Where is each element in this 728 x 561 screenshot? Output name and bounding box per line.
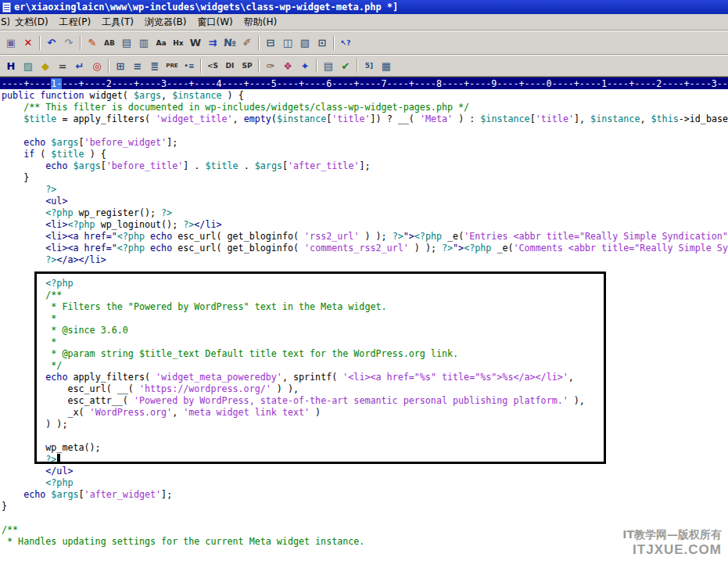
span-button[interactable]: SP xyxy=(238,58,256,74)
code-segment: } xyxy=(2,501,7,512)
heading-button[interactable]: H xyxy=(2,58,20,74)
column-ruler: ----+----1----+----2----+----3----+----4… xyxy=(0,77,728,89)
code-line: * @param string $title_text Default titl… xyxy=(2,348,728,360)
code-segment: 'Powered by WordPress, state-of-the-art … xyxy=(134,395,568,406)
code-segment: , xyxy=(568,372,574,383)
table-button[interactable]: ⊞ xyxy=(112,58,129,74)
code-segment: $this xyxy=(651,113,679,124)
code-segment: ?> xyxy=(161,207,172,218)
list-button[interactable]: •≡ xyxy=(181,58,198,74)
hr-button[interactable]: = xyxy=(54,58,71,74)
menu-item-clipped[interactable]: S) xyxy=(0,16,9,27)
case-toggle-button[interactable]: Aa xyxy=(152,35,170,51)
anchor-button[interactable]: ◆ xyxy=(37,58,54,74)
menu-item[interactable]: 文档(D) xyxy=(9,15,54,29)
code-line: * @since 3.6.0 xyxy=(2,325,728,336)
menu-item[interactable]: 浏览器(B) xyxy=(139,15,192,29)
code-segment: [ xyxy=(101,160,106,171)
menu-item[interactable]: 窗口(W) xyxy=(192,15,238,29)
code-segment: ) ); xyxy=(359,231,392,242)
paste-button[interactable]: ▣ xyxy=(2,35,20,51)
code-segment xyxy=(2,149,23,160)
editor-window: er\xiaoxinglaicn\www\wp-includes\widgets… xyxy=(0,0,728,561)
code-segment: apply_filters( xyxy=(67,372,156,383)
code-segment: 'before_title' xyxy=(106,160,184,171)
div-button[interactable]: DI xyxy=(221,58,238,74)
code-segment: 'after_title' xyxy=(288,160,359,171)
code-segment xyxy=(2,231,45,242)
context-help-button[interactable]: ↖? xyxy=(337,35,354,51)
menu-items: 文档(D)工程(P)工具(T)浏览器(B)窗口(W)帮助(H) xyxy=(9,16,282,29)
line-break-button[interactable]: ↵ xyxy=(71,58,88,74)
hex-view-button[interactable]: Hx xyxy=(170,35,187,51)
code-segment: <?php xyxy=(45,477,73,488)
document-list-button[interactable]: ▤ xyxy=(118,35,135,51)
code-segment: "> xyxy=(403,231,414,242)
code-line: ?></a></li> xyxy=(2,254,728,266)
code-line: <li><?php wp_loginout(); ?></li> xyxy=(2,219,728,231)
code-segment: ?> xyxy=(183,219,194,230)
code-segment: <li><a href=" xyxy=(45,243,117,254)
target-button[interactable]: ◎ xyxy=(88,58,106,74)
code-segment: _e( xyxy=(442,231,464,242)
code-line: <?php xyxy=(2,278,728,289)
image-button[interactable]: ▨ xyxy=(20,58,37,74)
code-editor[interactable]: public function widget( $args, $instance… xyxy=(0,89,728,561)
frame-button[interactable]: 5] xyxy=(360,58,378,74)
code-segment: , xyxy=(161,90,172,101)
code-segment: 'comments_rss2_url' xyxy=(304,243,409,254)
palette-button[interactable]: ❖ xyxy=(279,58,296,74)
code-segment: esc_attr__( xyxy=(2,395,134,406)
marker-button[interactable]: AB xyxy=(101,35,118,51)
redo-button[interactable]: ↷ xyxy=(60,35,77,51)
new-document-button[interactable]: ▤ xyxy=(320,58,337,74)
code-segment: wp_loginout(); xyxy=(95,219,184,230)
title-bar[interactable]: er\xiaoxinglaicn\www\wp-includes\widgets… xyxy=(0,0,728,14)
code-segment: wp_register(); xyxy=(73,207,161,218)
line-number-button[interactable]: № xyxy=(221,35,238,51)
html-toolbar: H▨◆=↵◎⊞≡≣PRE•≡<SDISP✑❖✦▤✔5]▦ xyxy=(0,55,728,77)
menu-item[interactable]: 帮助(H) xyxy=(238,15,282,29)
code-line: $title = apply_filters( 'widget_title', … xyxy=(2,113,728,125)
code-segment: * xyxy=(2,336,56,347)
align-right-button[interactable]: ≣ xyxy=(146,58,163,74)
code-segment: ) { xyxy=(222,90,244,101)
toolbar-separator xyxy=(357,59,358,73)
code-segment xyxy=(2,219,45,230)
code-segment: $args xyxy=(134,90,161,101)
code-segment: ] . xyxy=(183,160,205,171)
split-window-button[interactable]: ⊟ xyxy=(262,35,279,51)
image-viewer-button[interactable]: ▧ xyxy=(296,35,314,51)
menu-item[interactable]: 工程(P) xyxy=(54,15,97,29)
code-segment: ?> xyxy=(393,231,403,242)
cascade-windows-button[interactable]: ⊡ xyxy=(314,35,331,51)
brush-button[interactable]: ✑ xyxy=(262,58,279,74)
align-center-button[interactable]: ≡ xyxy=(129,58,146,74)
undo-button[interactable]: ↶ xyxy=(43,35,60,51)
pre-button[interactable]: PRE xyxy=(163,58,181,74)
highlight-pen-button[interactable]: ✎ xyxy=(84,35,101,51)
code-line: </ul> xyxy=(2,466,728,477)
split-vertical-button[interactable]: ◫ xyxy=(279,35,296,51)
document-next-button[interactable]: ▥ xyxy=(135,35,152,51)
delete-button[interactable]: ✕ xyxy=(20,35,37,51)
menu-item[interactable]: 工具(T) xyxy=(96,15,139,29)
word-wrap-button[interactable]: W xyxy=(187,35,204,51)
indent-guide-button[interactable]: ⇉ xyxy=(204,35,221,51)
code-segment: <?php xyxy=(45,207,73,218)
code-segment: ], xyxy=(574,113,590,124)
code-segment xyxy=(2,278,45,289)
record-edit-button[interactable]: ✐ xyxy=(238,35,256,51)
code-segment: echo xyxy=(45,372,67,383)
code-segment xyxy=(145,231,150,242)
code-segment: ?> xyxy=(442,243,453,254)
color-picker-button[interactable]: ✦ xyxy=(296,58,314,74)
grid-button[interactable]: ▦ xyxy=(378,58,395,74)
strike-button[interactable]: <S xyxy=(204,58,221,74)
code-segment: * xyxy=(2,313,56,324)
check-syntax-button[interactable]: ✔ xyxy=(337,58,354,74)
document-icon xyxy=(2,2,11,13)
code-segment: * Filters the "Powered by WordPress" tex… xyxy=(2,301,387,312)
code-segment: 'Meta' xyxy=(420,113,453,124)
code-segment: $instance xyxy=(480,113,529,124)
